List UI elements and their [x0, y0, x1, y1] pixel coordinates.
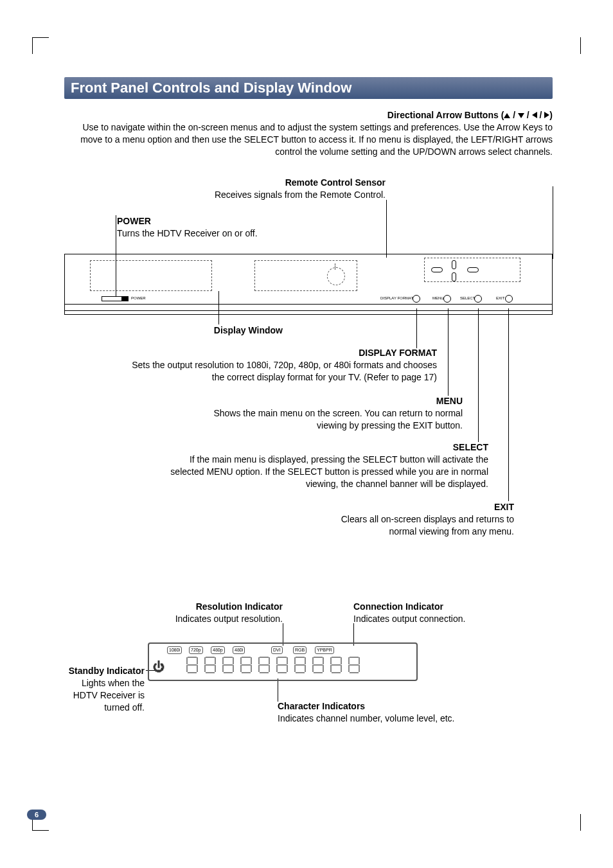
seven-segment-digit — [240, 657, 252, 673]
callout-body: Indicates output connection. — [353, 614, 465, 624]
callout-body: Indicates channel number, volume level, … — [278, 713, 455, 723]
callout-title: DISPLAY FORMAT — [359, 348, 437, 358]
seven-segment-digit — [330, 657, 342, 673]
leader-line — [278, 678, 278, 702]
crop-mark — [32, 37, 33, 54]
callout-directional: Directional Arrow Buttons ( / / / ) Use … — [64, 109, 553, 158]
section-header: Front Panel Controls and Display Window — [64, 77, 553, 99]
callout-menu: MENU Shows the main menu on the screen. … — [186, 395, 463, 432]
callout-body: Shows the main menu on the screen. You c… — [213, 408, 463, 430]
display-window-outline — [90, 260, 212, 291]
leader-line — [448, 308, 449, 396]
seven-segment-digit — [222, 657, 234, 673]
callout-body: Turns the HDTV Receiver on or off. — [117, 228, 258, 238]
callout-title: Display Window — [214, 325, 283, 335]
power-button[interactable] — [102, 296, 129, 301]
callout-body: Use to navigate within the on-screen men… — [80, 122, 553, 157]
leader-line — [553, 186, 553, 259]
display-format-button[interactable] — [413, 295, 420, 303]
display-format-label: DISPLAY FORMAT — [380, 296, 413, 300]
callout-body: If the main menu is displayed, pressing … — [170, 454, 488, 489]
callout-exit: EXIT Clears all on-screen displays and r… — [315, 501, 514, 538]
down-arrow-button[interactable] — [452, 272, 456, 281]
callout-connection-indicator: Connection Indicator Indicates output co… — [353, 601, 508, 625]
callout-select: SELECT If the main menu is displayed, pr… — [161, 441, 488, 490]
callout-title: Remote Control Sensor — [285, 177, 386, 188]
up-arrow-button[interactable] — [452, 260, 456, 269]
sensor-icon — [327, 267, 345, 285]
exit-button[interactable] — [505, 295, 513, 303]
callout-body: Indicates output resolution. — [175, 614, 283, 624]
callout-display-format: DISPLAY FORMAT Sets the output resolutio… — [122, 347, 437, 384]
crop-mark — [32, 830, 49, 831]
exit-label: EXIT — [496, 296, 504, 300]
callout-character-indicators: Character Indicators Indicates channel n… — [278, 700, 509, 725]
select-button[interactable] — [474, 295, 482, 303]
seven-segment-digit — [204, 657, 216, 673]
content-area: Front Panel Controls and Display Window … — [64, 77, 553, 99]
callout-display-window: Display Window — [64, 324, 283, 337]
callout-body: Sets the output resolution to 1080i, 720… — [132, 360, 437, 382]
character-digit-row — [168, 642, 438, 681]
callout-title: Connection Indicator — [353, 601, 443, 612]
callout-title: Standby Indicator — [69, 666, 145, 676]
leader-line — [116, 215, 116, 296]
seven-segment-digit — [276, 657, 288, 673]
crop-mark — [580, 37, 581, 54]
callout-body: Receives signals from the Remote Control… — [215, 190, 386, 200]
right-arrow-button[interactable] — [467, 267, 479, 272]
leader-line — [478, 308, 479, 442]
callout-title: Character Indicators — [278, 701, 365, 711]
seven-segment-digit — [348, 657, 360, 673]
callout-body: Clears all on-screen displays and return… — [341, 514, 514, 536]
callout-resolution-indicator: Resolution Indicator Indicates output re… — [154, 601, 283, 625]
leader-line — [218, 291, 219, 324]
page-number-badge: 6 — [27, 810, 46, 820]
callout-title: Resolution Indicator — [196, 601, 283, 612]
callout-remote-sensor: Remote Control Sensor Receives signals f… — [64, 177, 386, 201]
crop-mark — [580, 814, 581, 831]
leader-line — [386, 200, 387, 258]
callout-title: EXIT — [494, 502, 514, 512]
seven-segment-digit — [186, 657, 198, 673]
remote-sensor-area — [254, 260, 357, 291]
seven-segment-digit — [258, 657, 270, 673]
power-label: POWER — [131, 296, 146, 300]
callout-body: Lights when the HDTV Receiver is turned … — [73, 678, 145, 713]
callout-title: POWER — [117, 216, 151, 226]
standby-icon: ⏻ — [153, 660, 164, 674]
callout-power: POWER Turns the HDTV Receiver on or off. — [117, 215, 374, 240]
menu-label: MENU — [432, 296, 444, 300]
crop-mark — [32, 37, 49, 38]
seven-segment-digit — [294, 657, 306, 673]
select-label: SELECT — [460, 296, 475, 300]
leader-line — [508, 308, 509, 501]
menu-button[interactable] — [443, 295, 451, 303]
callout-standby-indicator: Standby Indicator Lights when the HDTV R… — [64, 665, 145, 714]
leader-line — [416, 308, 417, 348]
callout-title: MENU — [436, 396, 463, 406]
front-panel-device: POWER DISPLAY FORMAT MENU SELECT EXIT — [64, 254, 553, 315]
arrow-button-cluster — [424, 258, 520, 282]
left-arrow-button[interactable] — [431, 267, 443, 272]
callout-title: Directional Arrow Buttons ( / / / ) — [387, 110, 553, 120]
seven-segment-digit — [312, 657, 324, 673]
callout-title: SELECT — [453, 442, 488, 452]
page: Front Panel Controls and Display Window … — [0, 0, 613, 868]
